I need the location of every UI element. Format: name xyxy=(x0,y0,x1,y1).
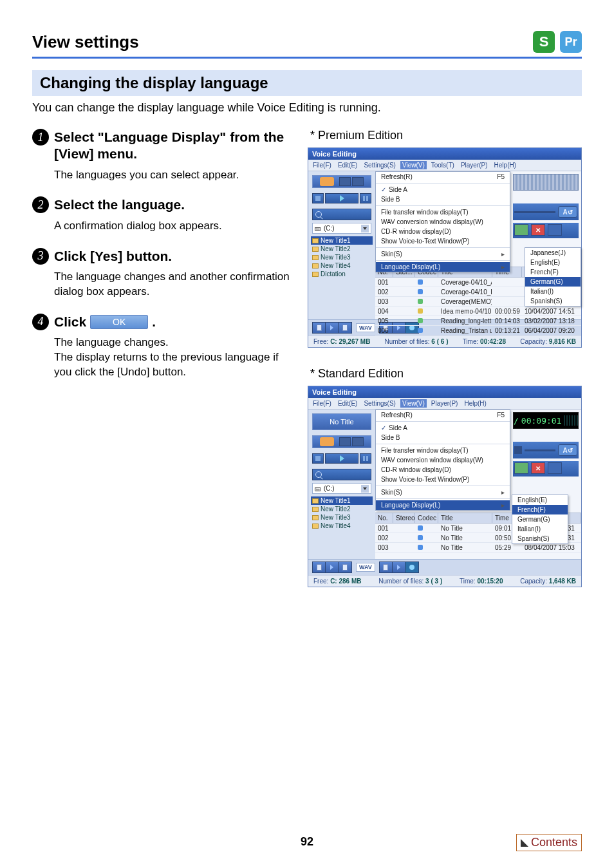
play-button[interactable] xyxy=(325,453,358,464)
stop-button[interactable] xyxy=(312,453,324,464)
tree-item[interactable]: New Title1 xyxy=(311,236,373,245)
menu-voice-to-text[interactable]: Show Voice-to-Text Window(P) xyxy=(376,236,510,246)
menu-language-display[interactable]: Language Display(L) xyxy=(376,500,510,510)
lang-italian[interactable]: Italian(I) xyxy=(525,287,581,296)
menu-file[interactable]: File(F) xyxy=(311,399,333,408)
menu-wav-conversion[interactable]: WAV conversion window display(W) xyxy=(376,455,510,465)
lang-french[interactable]: French(F) xyxy=(525,267,581,277)
table-row[interactable]: 003No Title05:2908/04/2007 15:03 xyxy=(375,543,581,552)
tree-item[interactable]: New Title3 xyxy=(312,513,373,522)
menu-voice-to-text[interactable]: Show Voice-to-Text Window(P) xyxy=(376,475,510,484)
footer-tab-2[interactable] xyxy=(379,561,419,573)
footer-tab-1[interactable] xyxy=(312,561,352,573)
menu-refresh[interactable]: Refresh(R)F5 xyxy=(376,172,510,182)
menu-view[interactable]: View(V) xyxy=(400,399,427,408)
col-codec[interactable]: Codec xyxy=(415,513,438,523)
menu-side-a[interactable]: Side A xyxy=(376,185,510,194)
standard-menubar[interactable]: File(F) Edit(E) Settings(S) View(V) Play… xyxy=(308,398,581,410)
col-no[interactable]: No. xyxy=(375,513,393,523)
lang-spanish[interactable]: Spanish(S) xyxy=(512,534,568,543)
menu-edit[interactable]: Edit(E) xyxy=(336,161,360,169)
player-slider-row[interactable]: A↺ xyxy=(513,442,579,458)
ok-button[interactable]: OK xyxy=(90,315,148,329)
player-slider-row[interactable]: A↺ xyxy=(513,203,579,220)
tree-item[interactable]: Dictation xyxy=(312,270,373,278)
standard-footer-tabs[interactable]: WAV xyxy=(308,559,581,575)
sidebar-toolbar[interactable] xyxy=(312,175,371,188)
lang-italian[interactable]: Italian(I) xyxy=(512,524,568,534)
delete-icon[interactable]: ✕ xyxy=(531,462,545,474)
menu-player[interactable]: Player(P) xyxy=(459,161,490,169)
language-submenu[interactable]: Japanese(J) English(E) French(F) German(… xyxy=(525,247,581,307)
chevron-down-icon[interactable] xyxy=(361,485,369,493)
tree-item[interactable]: New Title2 xyxy=(312,505,373,513)
menu-refresh[interactable]: Refresh(R)F5 xyxy=(376,410,510,420)
folder-tree[interactable]: New Title1 New Title2 New Title3 New Tit… xyxy=(312,236,373,278)
col-title[interactable]: Title xyxy=(438,513,492,523)
folder-tree[interactable]: New Title1 New Title2 New Title3 New Tit… xyxy=(312,496,373,530)
menu-settings[interactable]: Settings(S) xyxy=(362,161,397,169)
language-submenu[interactable]: English(E) French(F) German(G) Italian(I… xyxy=(512,495,568,544)
lang-german[interactable]: German(G) xyxy=(525,277,581,287)
playback-controls[interactable] xyxy=(312,193,371,203)
table-row[interactable]: 005Reading_long-letter00:14:0303/02/2007… xyxy=(375,316,581,326)
tree-item[interactable]: New Title4 xyxy=(312,261,373,270)
lang-english[interactable]: English(E) xyxy=(525,258,581,267)
table-row[interactable]: 006Reading_Tristan u...00:13:2106/04/200… xyxy=(375,326,581,335)
menu-file[interactable]: File(F) xyxy=(311,161,333,169)
edit-icon[interactable] xyxy=(514,462,528,474)
tree-item[interactable]: New Title2 xyxy=(312,245,373,253)
chevron-down-icon[interactable] xyxy=(361,225,369,232)
pause-button[interactable] xyxy=(360,193,371,203)
menu-view[interactable]: View(V) xyxy=(400,161,427,169)
menu-file-transfer[interactable]: File transfer window display(T) xyxy=(376,207,510,217)
edit-icon[interactable] xyxy=(514,224,528,236)
search-row[interactable] xyxy=(312,209,371,220)
lang-english[interactable]: English(E) xyxy=(512,495,568,505)
repeat-button[interactable]: A↺ xyxy=(558,444,577,456)
lang-japanese[interactable]: Japanese(J) xyxy=(525,248,581,258)
side-toggle-icon[interactable] xyxy=(339,437,364,446)
menu-edit[interactable]: Edit(E) xyxy=(336,399,360,408)
menu-tools[interactable]: Tools(T) xyxy=(429,161,456,169)
col-stereo[interactable]: Stereo xyxy=(393,513,415,523)
view-menu-dropdown[interactable]: Refresh(R)F5 Side A Side B File transfer… xyxy=(375,410,510,511)
menu-help[interactable]: Help(H) xyxy=(492,161,518,169)
contents-link[interactable]: Contents xyxy=(516,834,582,851)
menu-cdr-window[interactable]: CD-R window display(D) xyxy=(376,227,510,236)
drive-selector[interactable]: 🖴 (C:) xyxy=(312,483,371,494)
stop-button[interactable] xyxy=(312,193,324,203)
menu-file-transfer[interactable]: File transfer window display(T) xyxy=(376,446,510,455)
repeat-button[interactable]: A↺ xyxy=(558,206,577,218)
menu-side-b[interactable]: Side B xyxy=(376,194,510,204)
menu-side-b[interactable]: Side B xyxy=(376,433,510,442)
sidebar-toolbar[interactable] xyxy=(312,435,371,448)
tree-item[interactable]: New Title4 xyxy=(312,522,373,530)
play-button[interactable] xyxy=(325,193,358,203)
lang-spanish[interactable]: Spanish(S) xyxy=(525,296,581,306)
view-menu-dropdown[interactable]: Refresh(R)F5 Side A Side B File transfer… xyxy=(375,171,510,272)
lang-french[interactable]: French(F) xyxy=(512,505,568,514)
prev-icon[interactable] xyxy=(514,446,522,454)
drive-selector[interactable]: 🖴 (C:) xyxy=(312,223,371,234)
player-icon-row[interactable]: ✕ xyxy=(513,461,579,476)
playback-controls[interactable] xyxy=(312,453,371,464)
tree-item[interactable]: New Title3 xyxy=(312,253,373,261)
refresh-icon[interactable] xyxy=(320,437,334,446)
search-row[interactable] xyxy=(312,469,371,480)
menu-settings[interactable]: Settings(S) xyxy=(362,399,397,408)
pause-button[interactable] xyxy=(360,453,371,464)
menu-player[interactable]: Player(P) xyxy=(429,399,460,408)
tree-item[interactable]: New Title1 xyxy=(311,496,373,505)
menu-help[interactable]: Help(H) xyxy=(462,399,488,408)
menu-skin[interactable]: Skin(S) xyxy=(376,487,510,497)
refresh-icon[interactable] xyxy=(320,177,334,186)
menu-cdr-window[interactable]: CD-R window display(D) xyxy=(376,465,510,475)
menu-skin[interactable]: Skin(S) xyxy=(376,249,510,259)
settings-icon[interactable] xyxy=(548,462,562,474)
footer-tab-1[interactable] xyxy=(312,322,352,334)
delete-icon[interactable]: ✕ xyxy=(531,224,545,236)
settings-icon[interactable] xyxy=(548,224,562,236)
menu-side-a[interactable]: Side A xyxy=(376,423,510,433)
player-icon-row[interactable]: ✕ xyxy=(513,223,579,238)
